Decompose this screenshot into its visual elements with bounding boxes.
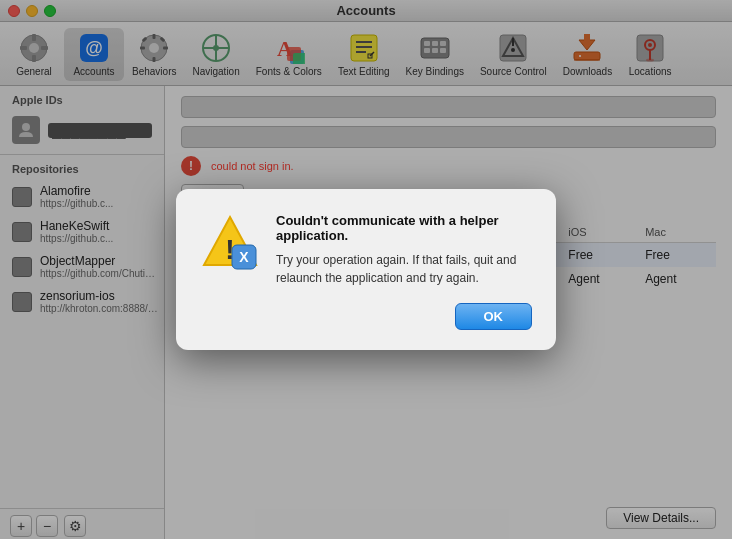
warning-icon: ! X <box>200 213 260 273</box>
modal-dialog: ! X Couldn't communicate with a helper a… <box>176 189 556 350</box>
modal-body: Couldn't communicate with a helper appli… <box>276 213 532 287</box>
modal-actions: OK <box>200 303 532 330</box>
svg-text:X: X <box>239 249 249 265</box>
modal-overlay: ! X Couldn't communicate with a helper a… <box>0 0 732 539</box>
modal-ok-button[interactable]: OK <box>455 303 533 330</box>
modal-message: Try your operation again. If that fails,… <box>276 251 532 287</box>
modal-title: Couldn't communicate with a helper appli… <box>276 213 532 243</box>
modal-top: ! X Couldn't communicate with a helper a… <box>200 213 532 287</box>
